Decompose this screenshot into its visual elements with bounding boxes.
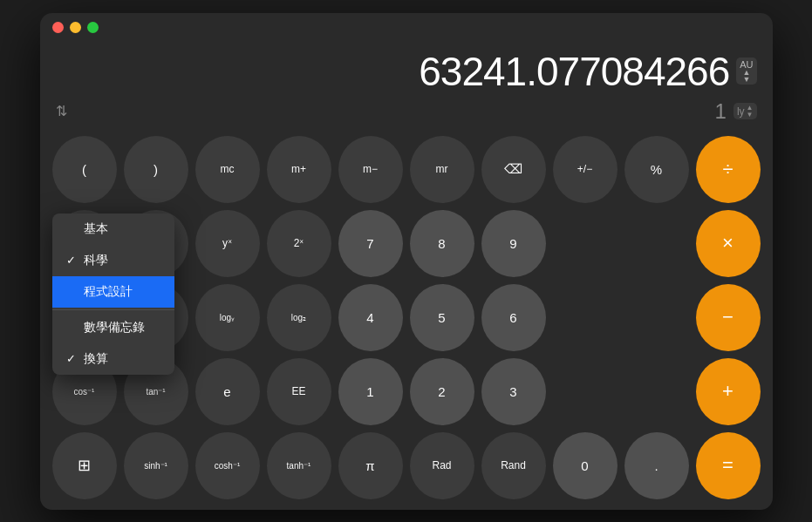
log-y-button[interactable]: logᵧ — [195, 284, 260, 351]
mathpad-label: 數學備忘錄 — [84, 320, 145, 336]
secondary-display: 1 ly ▲▼ — [715, 99, 757, 124]
menu-item-mathpad[interactable]: 數學備忘錄 — [52, 312, 174, 343]
menu-item-programmer[interactable]: 程式設計 — [52, 276, 174, 308]
basic-label: 基本 — [84, 221, 108, 237]
programmer-label: 程式設計 — [84, 284, 133, 300]
open-paren-button[interactable]: ( — [52, 136, 117, 203]
y-power-x-button[interactable]: yˣ — [195, 210, 260, 277]
seven-button[interactable]: 7 — [338, 210, 403, 277]
mc-button[interactable]: mc — [195, 136, 260, 203]
decimal-button[interactable]: . — [624, 432, 689, 499]
menu-item-convert[interactable]: ✓ 換算 — [52, 343, 174, 375]
four-button[interactable]: 4 — [338, 284, 403, 351]
tanh-inv-button[interactable]: tanh⁻¹ — [267, 432, 331, 499]
five-button[interactable]: 5 — [410, 284, 474, 351]
menu-item-basic[interactable]: 基本 — [52, 214, 174, 245]
e-button[interactable]: e — [195, 358, 260, 425]
menu-item-science[interactable]: ✓ 科學 — [52, 245, 174, 276]
equals-button[interactable]: = — [696, 432, 761, 499]
science-label: 科學 — [84, 253, 108, 268]
rand-button[interactable]: Rand — [481, 432, 546, 499]
convert-arrows-icon[interactable]: ⇅ — [56, 103, 67, 119]
plus-button[interactable]: + — [696, 358, 761, 425]
three-button[interactable]: 3 — [481, 358, 546, 425]
unit-chevrons: ▲▼ — [742, 70, 750, 82]
backspace-button[interactable]: ⌫ — [481, 136, 546, 203]
eight-button[interactable]: 8 — [410, 210, 474, 277]
main-unit-selector[interactable]: AU ▲▼ — [736, 58, 756, 84]
convert-checkmark: ✓ — [66, 352, 78, 365]
convert-label: 換算 — [84, 351, 108, 367]
m-minus-button[interactable]: m− — [338, 136, 403, 203]
convert-row: ⇅ 1 ly ▲▼ — [56, 98, 757, 125]
title-bar — [40, 13, 773, 42]
maximize-button[interactable] — [87, 22, 99, 33]
mode-dropdown-menu: 基本 ✓ 科學 程式設計 數學備忘錄 ✓ 換算 — [52, 214, 174, 375]
mr-button[interactable]: mr — [410, 136, 474, 203]
minimize-button[interactable] — [70, 22, 81, 33]
close-button[interactable] — [52, 22, 64, 33]
ee-button[interactable]: EE — [267, 358, 331, 425]
secondary-value: 1 — [715, 99, 727, 124]
sinh-inv-button[interactable]: sinh⁻¹ — [124, 432, 188, 499]
rad-button[interactable]: Rad — [410, 432, 474, 499]
six-button[interactable]: 6 — [481, 284, 546, 351]
multiply-button[interactable]: × — [696, 210, 761, 277]
main-value: 63241.077084266 — [419, 48, 729, 95]
cosh-inv-button[interactable]: cosh⁻¹ — [195, 432, 260, 499]
log-2-button[interactable]: log₂ — [267, 284, 331, 351]
close-paren-button[interactable]: ) — [124, 136, 188, 203]
pi-button[interactable]: π — [338, 432, 403, 499]
percent-button[interactable]: % — [624, 136, 689, 203]
divide-button[interactable]: ÷ — [696, 136, 761, 203]
one-button[interactable]: 1 — [338, 358, 403, 425]
calculator-mode-button[interactable]: ⊞ — [52, 432, 117, 499]
two-button[interactable]: 2 — [410, 358, 474, 425]
menu-divider — [52, 309, 174, 310]
main-display: 63241.077084266 AU ▲▼ — [56, 45, 757, 98]
zero-button[interactable]: 0 — [553, 432, 618, 499]
secondary-unit-label: ly — [737, 105, 745, 118]
m-plus-button[interactable]: m+ — [267, 136, 331, 203]
minus-button[interactable]: − — [696, 284, 761, 351]
secondary-unit-selector[interactable]: ly ▲▼ — [734, 103, 757, 119]
calculator-window: 63241.077084266 AU ▲▼ ⇅ 1 ly ▲▼ ( ) mc m… — [40, 13, 773, 510]
science-checkmark: ✓ — [66, 254, 78, 267]
display-area: 63241.077084266 AU ▲▼ ⇅ 1 ly ▲▼ — [40, 42, 773, 129]
plus-minus-button[interactable]: +/− — [553, 136, 618, 203]
nine-button[interactable]: 9 — [481, 210, 546, 277]
two-power-x-button[interactable]: 2ˣ — [267, 210, 331, 277]
traffic-lights — [52, 22, 99, 33]
